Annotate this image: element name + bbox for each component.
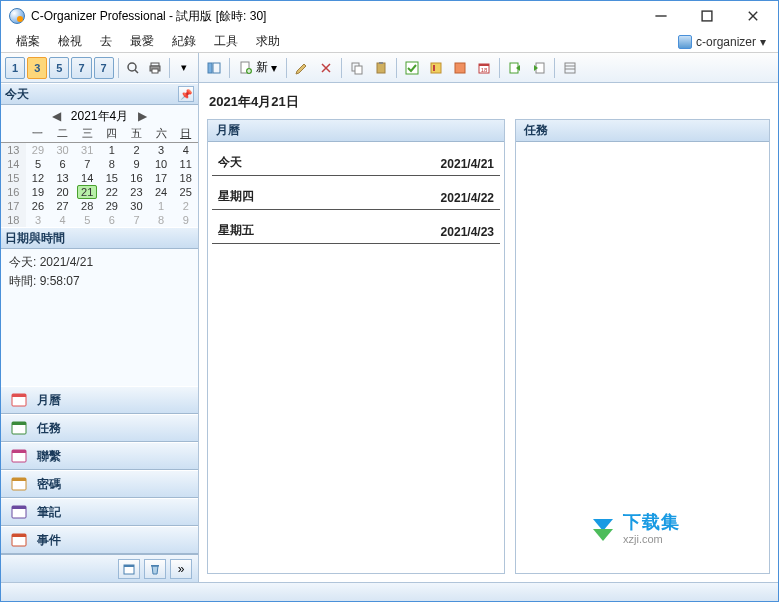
edit-button[interactable] [291,57,313,79]
nav-item-3[interactable]: 密碼 [1,470,198,498]
highlight-button[interactable] [449,57,471,79]
calendar-day[interactable]: 10 [149,157,174,171]
calendar-day[interactable]: 21 [75,185,100,199]
calendar-day[interactable]: 13 [50,171,75,185]
calendar-day[interactable]: 7 [75,157,100,171]
calendar-day[interactable]: 23 [124,185,149,199]
calendar-day[interactable]: 15 [100,171,125,185]
database-selector[interactable]: c-organizer ▾ [672,35,772,49]
calendar-day[interactable]: 29 [26,143,51,158]
agenda-row[interactable]: 今天 2021/4/21 [212,148,500,176]
menu-favorites[interactable]: 最愛 [121,31,163,52]
calendar-day[interactable]: 30 [50,143,75,158]
calendar-day[interactable]: 19 [26,185,51,199]
calendar-day[interactable]: 6 [100,213,125,227]
calendar-day[interactable]: 24 [149,185,174,199]
delete-button[interactable] [315,57,337,79]
calendar-day[interactable]: 14 [75,171,100,185]
export-button[interactable] [504,57,526,79]
menu-tools[interactable]: 工具 [205,31,247,52]
calendar-day[interactable]: 28 [75,199,100,213]
view-week-button[interactable]: 7 [71,57,91,79]
calendar-day[interactable]: 20 [50,185,75,199]
nav-item-4[interactable]: 筆記 [1,498,198,526]
main-area: 2021年4月21日 月曆 今天 2021/4/21 星期四 2021/4/22… [199,83,778,582]
today-button[interactable]: 18 [473,57,495,79]
more-button[interactable]: ▾ [174,57,194,79]
agenda-row[interactable]: 星期五 2021/4/23 [212,216,500,244]
calendar-day[interactable]: 7 [124,213,149,227]
calendar-day[interactable]: 18 [173,171,198,185]
calendar-day[interactable]: 16 [124,171,149,185]
calendar-day[interactable]: 2 [173,199,198,213]
print-button[interactable] [145,57,165,79]
view-3-day-button[interactable]: 3 [27,57,47,79]
mini-calendar[interactable]: 一二三四五六日 13293031123414567891011151213141… [1,125,198,227]
prev-month-button[interactable]: ◀ [51,109,63,123]
calendar-day[interactable]: 30 [124,199,149,213]
menu-view[interactable]: 檢視 [49,31,91,52]
app-logo-icon [9,8,25,24]
search-button[interactable] [123,57,143,79]
calendar-day[interactable]: 4 [50,213,75,227]
menu-go[interactable]: 去 [91,31,121,52]
footer-calendar-button[interactable] [118,559,140,579]
pin-button[interactable]: 📌 [178,86,194,102]
nav-item-label: 密碼 [37,476,61,493]
maximize-button[interactable] [684,1,730,31]
calendar-day[interactable]: 17 [149,171,174,185]
nav-item-2[interactable]: 聯繫 [1,442,198,470]
calendar-day[interactable]: 5 [26,157,51,171]
new-button[interactable]: 新 ▾ [234,57,282,79]
agenda-row[interactable]: 星期四 2021/4/22 [212,182,500,210]
nav-item-0[interactable]: 月曆 [1,386,198,414]
calendar-day[interactable]: 2 [124,143,149,158]
footer-trash-button[interactable] [144,559,166,579]
calendar-day[interactable]: 3 [149,143,174,158]
view-1-day-button[interactable]: 1 [5,57,25,79]
paste-button[interactable] [370,57,392,79]
titlebar: C-Organizer Professional - 試用版 [餘時: 30] [1,1,778,31]
calendar-day[interactable]: 29 [100,199,125,213]
menu-help[interactable]: 求助 [247,31,289,52]
toggle-sidebar-button[interactable] [203,57,225,79]
svg-rect-12 [379,62,383,64]
import-button[interactable] [528,57,550,79]
agenda-label: 星期五 [218,222,254,239]
menu-file[interactable]: 檔案 [7,31,49,52]
calendar-day[interactable]: 12 [26,171,51,185]
datetime-info: 今天: 2021/4/21 時間: 9:58:07 [1,249,198,386]
calendar-day[interactable]: 9 [173,213,198,227]
calendar-day[interactable]: 26 [26,199,51,213]
calendar-day[interactable]: 1 [149,199,174,213]
calendar-day[interactable]: 31 [75,143,100,158]
view-month-button[interactable]: 7 [94,57,114,79]
copy-button[interactable] [346,57,368,79]
calendar-day[interactable]: 8 [149,213,174,227]
footer-expand-button[interactable]: » [170,559,192,579]
calendar-day[interactable]: 1 [100,143,125,158]
calendar-day[interactable]: 8 [100,157,125,171]
calendar-day[interactable]: 27 [50,199,75,213]
minimize-button[interactable] [638,1,684,31]
calendar-day[interactable]: 6 [50,157,75,171]
calendar-day[interactable]: 4 [173,143,198,158]
calendar-day[interactable]: 9 [124,157,149,171]
view-5-day-button[interactable]: 5 [49,57,69,79]
flag-button[interactable] [425,57,447,79]
next-month-button[interactable]: ▶ [136,109,148,123]
nav-item-1[interactable]: 任務 [1,414,198,442]
calendar-day[interactable]: 22 [100,185,125,199]
calendar-day[interactable]: 3 [26,213,51,227]
dropdown-icon: ▾ [760,35,766,49]
toolbars: 1 3 5 7 7 ▾ 新 ▾ [1,53,778,83]
svg-rect-10 [355,66,362,74]
checkall-button[interactable] [401,57,423,79]
calendar-day[interactable]: 25 [173,185,198,199]
calendar-day[interactable]: 11 [173,157,198,171]
calendar-day[interactable]: 5 [75,213,100,227]
list-view-button[interactable] [559,57,581,79]
menu-records[interactable]: 紀錄 [163,31,205,52]
close-button[interactable] [730,1,776,31]
nav-item-5[interactable]: 事件 [1,526,198,554]
